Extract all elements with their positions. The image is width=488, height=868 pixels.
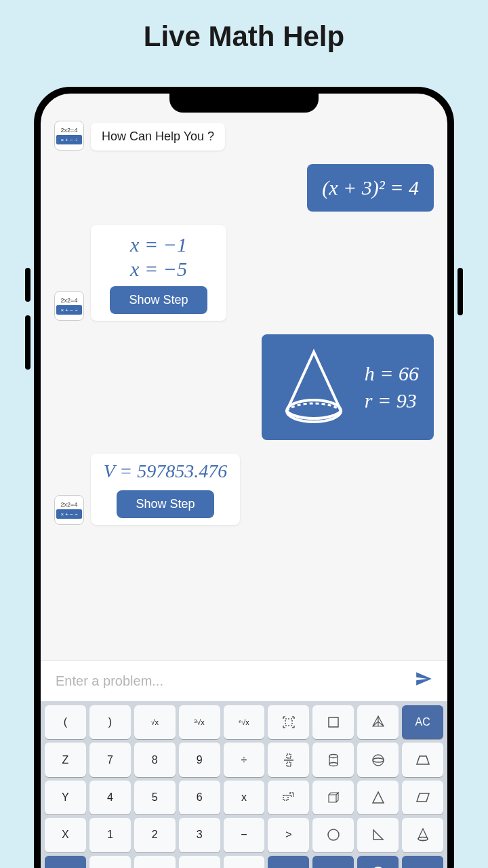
key-cylinder[interactable] xyxy=(312,743,354,776)
key-X[interactable]: X xyxy=(45,818,86,852)
key-ⁿ√x[interactable]: ⁿ√x xyxy=(224,705,265,739)
key-5[interactable]: 5 xyxy=(134,781,176,814)
answer-line: x = −5 xyxy=(102,258,216,281)
svg-rect-3 xyxy=(287,754,291,758)
svg-rect-5 xyxy=(287,762,291,766)
key-x[interactable]: x xyxy=(224,781,265,814)
bot-bubble: How Can Help You ? xyxy=(91,123,225,151)
volume-answer: V = 597853.476 xyxy=(102,460,229,482)
bot-bubble: x = −1 x = −5 Show Step xyxy=(91,225,226,321)
key-fraction[interactable] xyxy=(268,743,309,776)
key-parallelogram[interactable] xyxy=(402,781,443,814)
key-√x[interactable]: √x xyxy=(134,705,176,739)
phone-frame: 2x2=4 × + − ÷ How Can Help You ? (x + 3)… xyxy=(34,87,454,868)
key-2[interactable]: 2 xyxy=(134,818,176,852)
bot-message-row: 2x2=4 × + − ÷ How Can Help You ? xyxy=(54,121,434,151)
key-)[interactable]: ) xyxy=(89,705,131,739)
cone-icon xyxy=(277,347,351,428)
key-([interactable]: ( xyxy=(45,705,86,739)
key-8[interactable]: 8 xyxy=(134,743,176,776)
show-step-button[interactable]: Show Step xyxy=(117,490,214,518)
svg-rect-11 xyxy=(290,793,293,796)
answer-line: x = −1 xyxy=(102,233,216,256)
key-circle[interactable] xyxy=(312,818,354,852)
key-4[interactable]: 4 xyxy=(89,781,131,814)
svg-point-6 xyxy=(329,754,338,757)
svg-point-8 xyxy=(373,755,384,766)
key-undo[interactable] xyxy=(357,856,399,868)
user-message-row: h = 66 r = 93 xyxy=(54,334,434,440)
cone-values: h = 66 r = 93 xyxy=(365,358,419,416)
key-³√x[interactable]: ³√x xyxy=(179,705,220,739)
greeting-text: How Can Help You ? xyxy=(102,130,214,143)
key-sphere[interactable] xyxy=(357,743,399,776)
svg-point-12 xyxy=(328,829,339,840)
problem-input[interactable] xyxy=(56,673,415,689)
svg-rect-10 xyxy=(283,795,288,800)
key-dotbox[interactable] xyxy=(268,781,309,814)
key-→[interactable]: → xyxy=(312,856,354,868)
svg-point-7 xyxy=(329,762,338,766)
bot-avatar: 2x2=4 × + − ÷ xyxy=(54,121,84,151)
chat-area: 2x2=4 × + − ÷ How Can Help You ? (x + 3)… xyxy=(41,94,447,636)
user-message-row: (x + 3)² = 4 xyxy=(54,164,434,212)
key-pyramid[interactable] xyxy=(357,705,399,739)
key-←[interactable]: ← xyxy=(268,856,309,868)
user-equation: (x + 3)² = 4 xyxy=(322,176,419,199)
key-6[interactable]: 6 xyxy=(179,781,220,814)
key-9[interactable]: 9 xyxy=(179,743,220,776)
page-title: Live Math Help xyxy=(0,0,488,66)
phone-side-button xyxy=(25,315,30,370)
phone-side-button xyxy=(458,268,463,315)
bot-message-row: 2x2=4 × + − ÷ x = −1 x = −5 Show Step xyxy=(54,225,434,321)
svg-point-9 xyxy=(373,758,384,762)
bot-avatar: 2x2=4 × + − ÷ xyxy=(54,291,84,321)
key-brackets[interactable] xyxy=(268,705,309,739)
key-cube[interactable] xyxy=(312,781,354,814)
phone-side-button xyxy=(25,268,30,302)
key-Z[interactable]: Z xyxy=(45,743,86,776)
svg-rect-1 xyxy=(285,719,292,726)
key-=[interactable]: = xyxy=(179,856,220,868)
user-bubble: (x + 3)² = 4 xyxy=(307,164,434,212)
math-keyboard: ()√x³√xⁿ√xACZ789÷Y456xX123−>abc.0=+←→ xyxy=(41,701,447,868)
key-abc[interactable]: abc xyxy=(45,856,86,868)
key-righttri[interactable] xyxy=(357,818,399,852)
show-step-button[interactable]: Show Step xyxy=(110,286,207,314)
key-square[interactable] xyxy=(312,705,354,739)
phone-notch xyxy=(169,94,319,113)
key-trapezoid[interactable] xyxy=(402,743,443,776)
key-Y[interactable]: Y xyxy=(45,781,86,814)
svg-point-13 xyxy=(418,837,428,841)
key-+[interactable]: + xyxy=(224,856,265,868)
key-.[interactable]: . xyxy=(89,856,131,868)
key->[interactable]: > xyxy=(268,818,309,852)
bot-bubble: V = 597853.476 Show Step xyxy=(91,454,240,525)
key-−[interactable]: − xyxy=(224,818,265,852)
user-bubble: h = 66 r = 93 xyxy=(262,334,434,440)
key-0[interactable]: 0 xyxy=(134,856,176,868)
svg-rect-2 xyxy=(329,717,338,727)
key-cone2[interactable] xyxy=(402,818,443,852)
key-3[interactable]: 3 xyxy=(179,818,220,852)
key-7[interactable]: 7 xyxy=(89,743,131,776)
send-icon[interactable] xyxy=(415,670,432,692)
key-AC[interactable]: AC xyxy=(402,705,443,739)
key-triangle[interactable] xyxy=(357,781,399,814)
bot-message-row: 2x2=4 × + − ÷ V = 597853.476 Show Step xyxy=(54,454,434,525)
key-1[interactable]: 1 xyxy=(89,818,131,852)
bot-avatar: 2x2=4 × + − ÷ xyxy=(54,495,84,525)
key-backspace[interactable] xyxy=(402,856,443,868)
key-÷[interactable]: ÷ xyxy=(224,743,265,776)
input-bar xyxy=(41,660,447,701)
